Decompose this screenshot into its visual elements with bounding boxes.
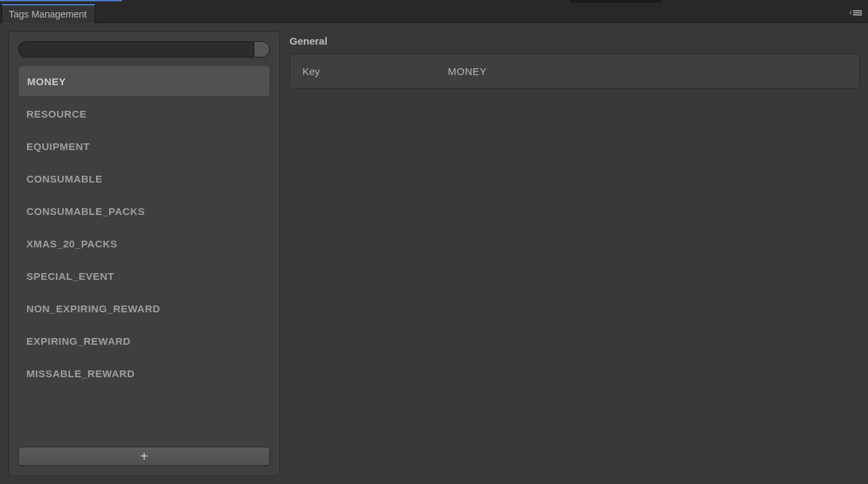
window-focus-highlight <box>0 0 122 1</box>
search-input[interactable] <box>18 41 254 57</box>
field-row-key: Key MONEY <box>290 53 860 89</box>
tag-item-money[interactable]: MONEY <box>18 66 270 97</box>
tag-item-non-expiring-reward[interactable]: NON_EXPIRING_REWARD <box>18 293 270 324</box>
tag-item-label: XMAS_20_PACKS <box>26 238 118 249</box>
tag-item-xmas-20-packs[interactable]: XMAS_20_PACKS <box>18 228 270 259</box>
tab-label: Tags Management <box>9 9 87 20</box>
top-strip-decoration <box>570 0 661 3</box>
add-tag-button[interactable]: + <box>18 447 270 466</box>
panel-options-button[interactable] <box>849 9 863 16</box>
search-wrap <box>18 41 270 57</box>
tag-item-label: CONSUMABLE <box>26 173 103 185</box>
tag-item-label: MONEY <box>27 76 66 87</box>
details-panel: General Key MONEY <box>290 31 860 476</box>
tag-item-special-event[interactable]: SPECIAL_EVENT <box>18 260 270 291</box>
tag-item-label: SPECIAL_EVENT <box>26 270 114 282</box>
tag-list: MONEY RESOURCE EQUIPMENT CONSUMABLE CONS… <box>18 66 270 441</box>
panel-options-icon <box>849 9 863 16</box>
field-label-key: Key <box>302 66 448 77</box>
tag-item-missable-reward[interactable]: MISSABLE_REWARD <box>18 358 270 389</box>
top-bar: Tags Management <box>0 0 868 23</box>
tags-sidebar-panel: MONEY RESOURCE EQUIPMENT CONSUMABLE CONS… <box>8 31 280 476</box>
tag-item-label: MISSABLE_REWARD <box>26 368 135 379</box>
tag-item-label: NON_EXPIRING_REWARD <box>26 303 160 314</box>
plus-icon: + <box>140 450 148 463</box>
tag-item-label: EQUIPMENT <box>26 141 90 152</box>
tab-tags-management[interactable]: Tags Management <box>1 4 95 23</box>
section-header-general: General <box>290 31 860 53</box>
tag-item-label: RESOURCE <box>26 108 87 120</box>
search-clear-button[interactable] <box>254 41 270 57</box>
tag-item-equipment[interactable]: EQUIPMENT <box>18 130 270 162</box>
tag-item-consumable-packs[interactable]: CONSUMABLE_PACKS <box>18 195 270 226</box>
field-value-key[interactable]: MONEY <box>448 66 487 77</box>
tag-item-label: CONSUMABLE_PACKS <box>26 205 145 217</box>
main-area: MONEY RESOURCE EQUIPMENT CONSUMABLE CONS… <box>0 23 868 484</box>
tag-item-consumable[interactable]: CONSUMABLE <box>18 163 270 194</box>
tag-item-expiring-reward[interactable]: EXPIRING_REWARD <box>18 325 270 356</box>
tag-item-resource[interactable]: RESOURCE <box>18 98 270 129</box>
tag-item-label: EXPIRING_REWARD <box>26 335 131 347</box>
